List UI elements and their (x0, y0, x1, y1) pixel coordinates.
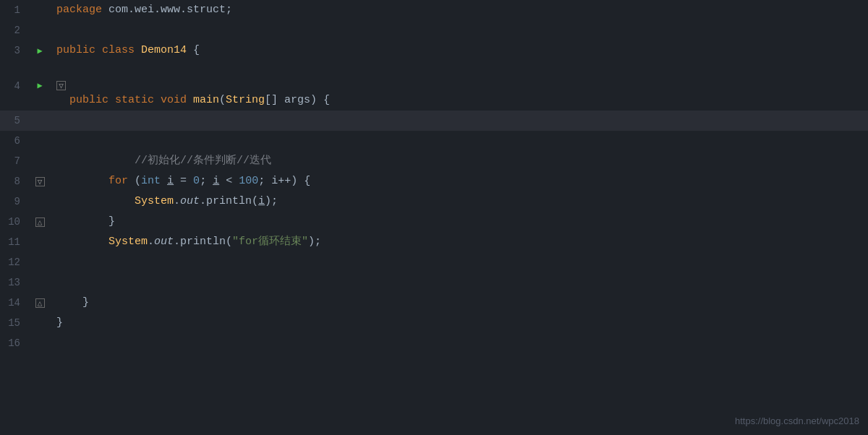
watermark: https://blog.csdn.net/wpc2018 (735, 415, 859, 426)
line-number-2: 2 (0, 20, 29, 40)
line-content-4: ▽ public static void main(String[] args)… (51, 61, 868, 111)
code-line-16: 16 (0, 333, 868, 353)
code-line-11: 11 System.out.println("for循环结束"); (0, 232, 868, 252)
line-content-10: } (51, 212, 868, 232)
line-content-7: //初始化//条件判断//迭代 (51, 151, 868, 171)
fold-icon-8[interactable]: ▽ (35, 177, 45, 186)
line-content-3: public class Demon14 { (51, 40, 868, 61)
fold-icon-14[interactable]: △ (35, 298, 45, 308)
line-number-1: 1 (0, 0, 29, 20)
line-number-14: 14 (0, 293, 29, 313)
code-line-6: 6 (0, 131, 868, 151)
line-content-1: package com.wei.www.struct; (51, 0, 868, 20)
line-number-13: 13 (0, 272, 29, 293)
code-line-9: 9 System.out.println(i); (0, 191, 868, 212)
line-content-15: } (51, 313, 868, 333)
code-line-2: 2 (0, 20, 868, 40)
line-gutter-4[interactable]: ▶ (29, 80, 51, 91)
line-number-15: 15 (0, 313, 29, 333)
line-content-11: System.out.println("for循环结束"); (51, 232, 868, 252)
line-number-5: 5 (0, 111, 29, 131)
line-content-14: } (51, 293, 868, 313)
fold-icon-4[interactable]: ▽ (56, 81, 66, 90)
code-line-13: 13 (0, 272, 868, 293)
code-line-10: 10 △ } (0, 212, 868, 232)
line-content-9: System.out.println(i); (51, 191, 868, 212)
line-number-12: 12 (0, 252, 29, 272)
line-gutter-10[interactable]: △ (29, 218, 51, 227)
code-line-12: 12 (0, 252, 868, 272)
code-line-4: 4 ▶ ▽ public static void main(String[] a… (0, 61, 868, 111)
line-number-4: 4 (0, 76, 29, 96)
line-number-11: 11 (0, 232, 29, 252)
code-line-15: 15 } (0, 313, 868, 333)
line-number-6: 6 (0, 131, 29, 151)
line-number-16: 16 (0, 333, 29, 353)
code-area: 1 package com.wei.www.struct; 2 3 ▶ publ… (0, 0, 868, 435)
line-number-9: 9 (0, 191, 29, 212)
line-gutter-14[interactable]: △ (29, 298, 51, 308)
line-number-8: 8 (0, 171, 29, 191)
code-editor: 1 package com.wei.www.struct; 2 3 ▶ publ… (0, 0, 868, 435)
line-gutter-3[interactable]: ▶ (29, 46, 51, 56)
run-arrow-4[interactable]: ▶ (37, 80, 42, 91)
code-line-5: 5 (0, 111, 868, 131)
code-line-8: 8 ▽ for (int i = 0; i < 100; i++) { (0, 171, 868, 191)
line-number-7: 7 (0, 151, 29, 171)
code-line-14: 14 △ } (0, 293, 868, 313)
line-number-10: 10 (0, 212, 29, 232)
code-line-7: 7 //初始化//条件判断//迭代 (0, 151, 868, 171)
code-line-1: 1 package com.wei.www.struct; (0, 0, 868, 20)
code-line-3: 3 ▶ public class Demon14 { (0, 40, 868, 61)
fold-icon-10[interactable]: △ (35, 218, 45, 227)
run-arrow-3[interactable]: ▶ (37, 46, 42, 56)
line-gutter-8[interactable]: ▽ (29, 177, 51, 186)
line-number-3: 3 (0, 40, 29, 61)
line-content-8: for (int i = 0; i < 100; i++) { (51, 171, 868, 191)
